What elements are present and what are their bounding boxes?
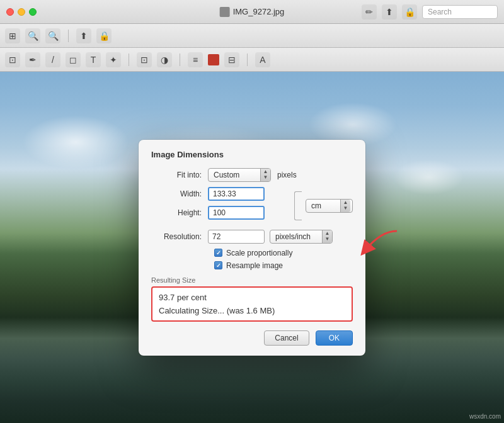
check-icon2: ✓ bbox=[216, 262, 221, 269]
lock-button[interactable]: 🔒 bbox=[96, 28, 112, 43]
width-row: Width: bbox=[151, 187, 290, 201]
height-input[interactable] bbox=[208, 206, 265, 220]
resulting-size-heading: Resulting Size bbox=[151, 276, 353, 284]
separator4 bbox=[247, 54, 248, 66]
arrow-up-icon: ▲ bbox=[263, 169, 268, 174]
font-button[interactable]: A bbox=[255, 52, 270, 67]
res-arrow-down-icon: ▼ bbox=[325, 237, 330, 242]
toolbar-row1: ⊞ 🔍 🔍 ⬆ 🔒 bbox=[0, 24, 504, 48]
width-height-group: Width: Height: cm ▲ ▼ bbox=[151, 187, 353, 225]
close-button[interactable] bbox=[6, 8, 14, 16]
res-arrow-up-icon: ▲ bbox=[325, 231, 330, 236]
file-icon bbox=[220, 7, 230, 17]
resolution-input[interactable] bbox=[208, 230, 265, 244]
resulting-size-box: 93.7 per cent Calculating Size... (was 1… bbox=[151, 286, 353, 322]
ok-button[interactable]: OK bbox=[316, 330, 353, 346]
crop-tool-button[interactable]: ⊡ bbox=[137, 52, 152, 67]
resolution-unit-select[interactable]: pixels/inch ▲ ▼ bbox=[270, 230, 333, 244]
resample-checkbox-row: ✓ Resample image bbox=[151, 261, 353, 270]
fit-into-value: Custom bbox=[209, 171, 260, 179]
check-icon: ✓ bbox=[216, 250, 221, 256]
select-tool-button[interactable]: ⊡ bbox=[5, 52, 20, 67]
unit-select[interactable]: cm ▲ ▼ bbox=[306, 199, 353, 213]
window-title: IMG_9272.jpg bbox=[220, 7, 285, 17]
color-adj-button[interactable]: ◑ bbox=[157, 52, 172, 67]
resample-checkbox[interactable]: ✓ bbox=[214, 261, 222, 269]
fit-into-row: Fit into: Custom ▲ ▼ pixels bbox=[151, 168, 353, 182]
res-select-arrows: ▲ ▼ bbox=[322, 230, 332, 243]
width-input[interactable] bbox=[208, 187, 265, 201]
size-percent-value: 93.7 per cent bbox=[159, 293, 345, 302]
arrow-down-icon: ▼ bbox=[263, 175, 268, 180]
fullscreen-button[interactable] bbox=[29, 8, 37, 16]
resolution-row: Resolution: pixels/inch ▲ ▼ bbox=[151, 230, 353, 244]
height-label: Height: bbox=[151, 208, 208, 217]
size-calc-value: Calculating Size... (was 1.6 MB) bbox=[159, 306, 345, 315]
dialog-buttons: Cancel OK bbox=[151, 330, 353, 346]
cancel-button[interactable]: Cancel bbox=[264, 330, 309, 346]
shape-tool-button[interactable]: ◻ bbox=[66, 52, 81, 67]
color-fill-button[interactable] bbox=[208, 54, 219, 65]
pen-tool-button[interactable]: ✒ bbox=[25, 52, 40, 67]
markup-button[interactable]: 🔒 bbox=[402, 4, 417, 20]
share-button[interactable]: ⬆ bbox=[382, 4, 397, 20]
zoom-out-button[interactable]: 🔍 bbox=[25, 28, 40, 43]
link-bracket bbox=[294, 191, 302, 220]
fit-into-unit: pixels bbox=[277, 171, 297, 179]
fit-into-controls: Custom ▲ ▼ pixels bbox=[208, 168, 297, 182]
annotation-arrow bbox=[362, 228, 400, 259]
separator3 bbox=[180, 54, 180, 66]
search-placeholder: Search bbox=[428, 8, 452, 16]
zoom-in-button[interactable]: 🔍 bbox=[45, 28, 60, 43]
resample-label: Resample image bbox=[226, 261, 283, 270]
scale-checkbox-row: ✓ Scale proportionally bbox=[151, 249, 353, 257]
resolution-unit-text: pixels/inch bbox=[270, 232, 322, 241]
edit-pencil-button[interactable]: ✏ bbox=[362, 4, 377, 20]
window-title-text: IMG_9272.jpg bbox=[233, 7, 285, 16]
text-tool-button[interactable]: T bbox=[86, 52, 101, 67]
fit-into-select[interactable]: Custom ▲ ▼ bbox=[208, 168, 271, 182]
resulting-size-section: Resulting Size 93.7 per cent Calculating… bbox=[151, 276, 353, 322]
align-button[interactable]: ≡ bbox=[188, 52, 203, 67]
toolbar-row2: ⊡ ✒ / ◻ T ✦ ⊡ ◑ ≡ ⊟ A bbox=[0, 48, 504, 72]
highlight-tool-button[interactable]: / bbox=[45, 52, 60, 67]
image-dimensions-dialog: Image Dimensions Fit into: Custom ▲ ▼ pi… bbox=[139, 140, 365, 356]
scale-label: Scale proportionally bbox=[226, 249, 292, 257]
height-row: Height: bbox=[151, 206, 290, 220]
link-bracket-shape bbox=[294, 191, 302, 220]
resolution-label: Resolution: bbox=[151, 232, 208, 241]
separator1 bbox=[68, 30, 69, 42]
dialog-title: Image Dimensions bbox=[151, 150, 353, 159]
width-height-fields: Width: Height: bbox=[151, 187, 290, 225]
fit-into-label: Fit into: bbox=[151, 171, 208, 179]
minimize-button[interactable] bbox=[18, 8, 25, 16]
border-button[interactable]: ⊟ bbox=[224, 52, 239, 67]
unit-value: cm bbox=[306, 201, 352, 210]
titlebar: IMG_9272.jpg ✏ ⬆ 🔒 Search bbox=[0, 0, 504, 24]
traffic-lights bbox=[6, 8, 37, 16]
fit-into-select-arrows: ▲ ▼ bbox=[260, 169, 270, 181]
titlebar-right-controls: ✏ ⬆ 🔒 Search bbox=[362, 4, 498, 20]
width-label: Width: bbox=[151, 189, 208, 198]
stamp-tool-button[interactable]: ✦ bbox=[106, 52, 121, 67]
view-toggle-button[interactable]: ⊞ bbox=[5, 28, 20, 43]
separator2 bbox=[129, 54, 129, 66]
dialog-overlay: Image Dimensions Fit into: Custom ▲ ▼ pi… bbox=[0, 72, 504, 423]
search-bar[interactable]: Search bbox=[422, 5, 498, 19]
scale-checkbox[interactable]: ✓ bbox=[214, 249, 222, 257]
share2-button[interactable]: ⬆ bbox=[76, 28, 91, 43]
